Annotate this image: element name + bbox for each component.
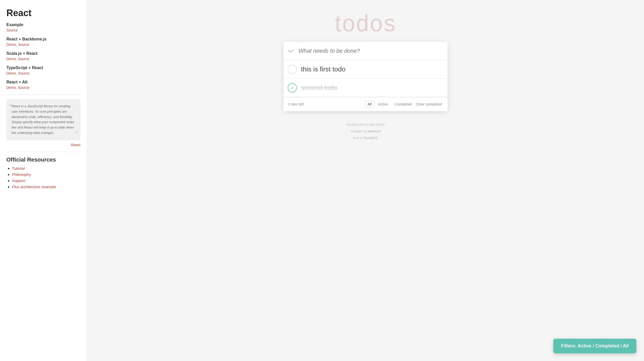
sidebar-link-typescript-source[interactable]: Source — [18, 71, 29, 75]
toggle-all-button[interactable]: ❯ — [288, 47, 294, 55]
filter-completed-button[interactable]: Completed — [392, 101, 415, 108]
sidebar-link-scala-source[interactable]: Source — [18, 57, 29, 61]
sidebar-link-backbone-demo[interactable]: Demo — [6, 43, 16, 47]
todo-checkbox-2[interactable]: ✓ — [288, 83, 297, 92]
list-item: Tutorial — [12, 166, 80, 171]
footer-part-of: Part of TodoMVC — [346, 135, 385, 141]
check-icon-2: ✓ — [290, 85, 294, 91]
sidebar-link-alt-source[interactable]: Source — [18, 86, 29, 90]
items-left-count: 1 item left — [288, 102, 365, 106]
sidebar-app-title: React — [6, 8, 80, 18]
sidebar-divider-2 — [6, 152, 80, 152]
sidebar-entry-links-backbone: Demo, Source — [6, 43, 80, 47]
clear-completed-button[interactable]: Clear completed — [415, 101, 443, 107]
sidebar-divider-1 — [6, 94, 80, 94]
sidebar-quote-author: React — [6, 143, 80, 147]
sidebar: React Example Source React + Backbone.js… — [0, 0, 87, 361]
sidebar-entry-typescript: TypeScript + React Demo, Source — [6, 66, 80, 75]
resource-link-philosophy[interactable]: Philosophy — [12, 172, 31, 177]
sidebar-link-typescript-demo[interactable]: Demo — [6, 71, 16, 75]
sidebar-entry-alt: React + Alt Demo, Source — [6, 80, 80, 90]
footer-todomvc-link[interactable]: TodoMVC — [363, 136, 378, 140]
list-item: Support — [12, 178, 80, 183]
sidebar-entry-scala: Scala.js + React Demo, Source — [6, 51, 80, 61]
official-resources-title: Official Resources — [6, 156, 80, 163]
sidebar-entry-title-scala: Scala.js + React — [6, 51, 80, 56]
resources-list: Tutorial Philosophy Support Flux archite… — [6, 166, 80, 189]
list-item: Flux architecture example — [12, 185, 80, 189]
sidebar-entry-links-scala: Demo, Source — [6, 57, 80, 61]
todo-footer: 1 item left All Active Completed Clear c… — [284, 97, 448, 111]
todo-input-row: ❯ — [284, 42, 448, 60]
filter-active-button[interactable]: Active — [375, 101, 391, 108]
list-item: Philosophy — [12, 172, 80, 177]
chevron-down-icon: ❯ — [288, 49, 294, 53]
sidebar-quote: React is a JavaScript library for creati… — [6, 99, 80, 140]
sidebar-entry-title-backbone: React + Backbone.js — [6, 37, 80, 41]
table-row: ✓ this is first todo — [284, 60, 448, 79]
sidebar-entry-links-example: Source — [6, 28, 80, 32]
table-row: ✓ second todo — [284, 79, 448, 97]
footer-creator-link[interactable]: petehunt — [368, 129, 381, 133]
footer-info: Double-click to edit a todo Created by p… — [346, 121, 385, 141]
resource-link-flux[interactable]: Flux architecture example — [12, 185, 56, 189]
sidebar-link-example-source[interactable]: Source — [6, 28, 18, 32]
todo-text-2: second todo — [301, 84, 337, 92]
sidebar-entry-links-alt: Demo, Source — [6, 86, 80, 90]
todo-checkbox-1[interactable]: ✓ — [288, 65, 297, 74]
sidebar-link-scala-demo[interactable]: Demo — [6, 57, 16, 61]
sidebar-entry-title-alt: React + Alt — [6, 80, 80, 84]
sidebar-link-backbone-source[interactable]: Source — [18, 43, 29, 47]
filter-all-button[interactable]: All — [365, 101, 375, 108]
todo-text-1: this is first todo — [301, 65, 345, 73]
footer-hint: Double-click to edit a todo — [346, 121, 385, 128]
sidebar-entry-example: Example Source — [6, 23, 80, 32]
resource-link-tutorial[interactable]: Tutorial — [12, 166, 25, 171]
main-content: todos ❯ ✓ this is first todo ✓ second to… — [87, 0, 644, 361]
sidebar-entry-backbone: React + Backbone.js Demo, Source — [6, 37, 80, 47]
sidebar-entry-links-typescript: Demo, Source — [6, 71, 80, 75]
todo-app: ❯ ✓ this is first todo ✓ second todo 1 i… — [284, 42, 448, 111]
footer-creator: Created by petehunt — [346, 128, 385, 135]
sidebar-entry-title-example: Example — [6, 23, 80, 27]
resource-link-support[interactable]: Support — [12, 178, 26, 183]
sidebar-entry-title-typescript: TypeScript + React — [6, 66, 80, 70]
filter-buttons: All Active Completed — [365, 101, 415, 108]
todos-title: todos — [335, 10, 396, 37]
filters-badge[interactable]: Filters: Active / Completed / All — [553, 339, 636, 353]
sidebar-link-alt-demo[interactable]: Demo — [6, 86, 16, 90]
new-todo-input[interactable] — [297, 45, 443, 57]
